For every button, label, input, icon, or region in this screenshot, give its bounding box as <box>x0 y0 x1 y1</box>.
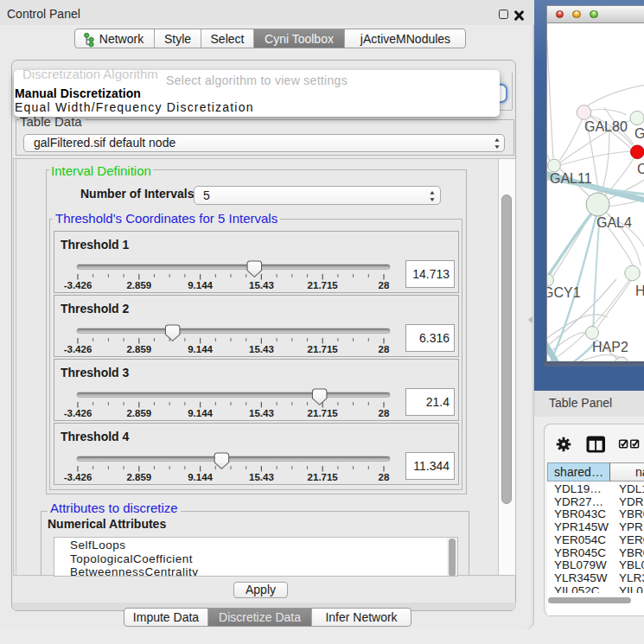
svg-text:HAP2: HAP2 <box>592 340 628 354</box>
svg-text:-3.426: -3.426 <box>64 280 92 290</box>
svg-text:28: 28 <box>379 344 390 354</box>
svg-text:15.43: 15.43 <box>249 408 274 418</box>
svg-text:21.715: 21.715 <box>308 472 339 482</box>
svg-text:GAL11: GAL11 <box>550 171 592 186</box>
svg-text:28: 28 <box>379 280 390 290</box>
svg-text:H: H <box>635 284 644 298</box>
svg-text:28: 28 <box>379 472 390 482</box>
svg-text:2.859: 2.859 <box>126 280 151 290</box>
svg-text:9.144: 9.144 <box>188 280 213 290</box>
svg-text:21.715: 21.715 <box>308 280 339 290</box>
svg-text:9.144: 9.144 <box>188 472 213 482</box>
svg-text:15.43: 15.43 <box>249 472 274 482</box>
svg-text:-3.426: -3.426 <box>64 472 92 482</box>
svg-text:GAL80: GAL80 <box>584 119 628 134</box>
svg-text:2.859: 2.859 <box>126 408 151 418</box>
svg-text:GCY1: GCY1 <box>547 285 581 300</box>
svg-text:15.43: 15.43 <box>249 280 274 290</box>
svg-text:-3.426: -3.426 <box>64 408 92 418</box>
svg-text:28: 28 <box>379 408 390 418</box>
svg-text:9.144: 9.144 <box>188 344 213 354</box>
svg-text:-3.426: -3.426 <box>64 344 92 354</box>
svg-text:GA: GA <box>634 126 644 141</box>
svg-text:21.715: 21.715 <box>308 408 339 418</box>
svg-text:9.144: 9.144 <box>188 408 213 418</box>
svg-text:2.859: 2.859 <box>126 344 151 354</box>
svg-text:15.43: 15.43 <box>249 344 274 354</box>
svg-text:GAL4: GAL4 <box>596 215 632 230</box>
svg-text:2.859: 2.859 <box>126 472 151 482</box>
svg-text:C: C <box>637 162 644 176</box>
svg-text:21.715: 21.715 <box>308 344 339 354</box>
